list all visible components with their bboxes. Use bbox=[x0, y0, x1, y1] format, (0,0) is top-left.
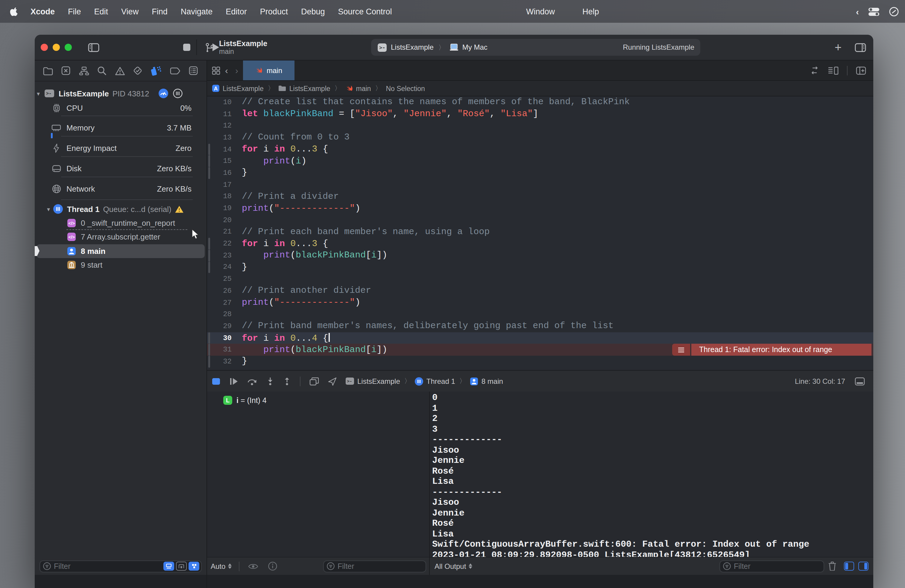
disclosure-chevron-icon[interactable]: ▾ bbox=[35, 90, 42, 97]
pause-process-icon[interactable] bbox=[173, 89, 183, 98]
gauge-row-cpu[interactable]: CPU0% bbox=[35, 100, 206, 115]
chevron-left-icon[interactable]: ‹ bbox=[856, 6, 859, 16]
gauge-info-icon[interactable] bbox=[159, 89, 168, 98]
code-line[interactable]: 20 bbox=[207, 215, 873, 226]
debug-navigator-icon[interactable] bbox=[151, 65, 162, 76]
clear-console-icon[interactable] bbox=[829, 562, 836, 571]
variables-filter-field[interactable]: Filter bbox=[323, 560, 426, 572]
code-line[interactable]: 23 print(blackPinkBand[i]) bbox=[207, 250, 873, 261]
code-line[interactable]: 32} bbox=[207, 356, 873, 367]
code-line[interactable]: 18// Print a divider bbox=[207, 191, 873, 202]
error-banner-menu-icon[interactable] bbox=[672, 344, 690, 356]
code-line[interactable]: 10// Create list that contains the names… bbox=[207, 96, 873, 108]
control-center-icon[interactable] bbox=[867, 7, 880, 16]
minimize-button[interactable] bbox=[53, 44, 60, 51]
code-line[interactable]: 15 print(i) bbox=[207, 156, 873, 167]
thread-row[interactable]: ▾ Thread 1 Queue: c...d (serial) bbox=[35, 202, 206, 216]
code-line[interactable]: 26// Print another divider bbox=[207, 285, 873, 297]
issue-navigator-icon[interactable] bbox=[114, 66, 125, 75]
code-line[interactable]: 19print("-------------") bbox=[207, 202, 873, 214]
code-line[interactable]: 11let blackPinkBand = ["Jisoo", "Jennie"… bbox=[207, 108, 873, 120]
menu-product[interactable]: Product bbox=[254, 7, 294, 16]
editor-options-icon[interactable] bbox=[828, 66, 838, 75]
code-line[interactable]: 28 bbox=[207, 309, 873, 320]
output-scope-dropdown[interactable]: All Output bbox=[435, 562, 472, 571]
step-out-icon[interactable] bbox=[283, 377, 291, 385]
source-control-navigator-icon[interactable] bbox=[61, 66, 71, 75]
disclosure-chevron-icon[interactable]: ▾ bbox=[45, 206, 52, 212]
code-line[interactable]: 30for i in 0...4 { bbox=[207, 332, 873, 344]
gauge-row-memory[interactable]: Memory3.7 MB bbox=[35, 120, 206, 135]
jump-bar[interactable]: A ListsExample 〉 ListsExample 〉 main 〉 N… bbox=[207, 81, 873, 96]
stack-frame-row[interactable]: </>0 _swift_runtime_on_report bbox=[35, 216, 206, 230]
menu-debug[interactable]: Debug bbox=[294, 7, 332, 16]
breadcrumb-thread[interactable]: Thread 1 bbox=[427, 377, 455, 385]
navigator-toggle-icon[interactable] bbox=[88, 43, 99, 52]
related-items-grid-icon[interactable] bbox=[212, 66, 220, 75]
apple-menu-icon[interactable] bbox=[10, 6, 18, 16]
scope-dropdown[interactable]: Auto bbox=[211, 562, 231, 571]
gauge-row-energy[interactable]: Energy ImpactZero bbox=[35, 141, 206, 156]
symbol-navigator-icon[interactable] bbox=[79, 66, 89, 75]
code-line[interactable]: 16} bbox=[207, 167, 873, 179]
source-editor[interactable]: 10// Create list that contains the names… bbox=[207, 96, 873, 370]
quicklook-eye-icon[interactable] bbox=[248, 563, 258, 570]
add-editor-icon[interactable] bbox=[856, 66, 866, 75]
code-line[interactable]: 22for i in 0...3 { bbox=[207, 238, 873, 250]
stack-frame-row[interactable]: </>7 Array.subscript.getter bbox=[35, 230, 206, 244]
find-navigator-icon[interactable] bbox=[97, 66, 106, 75]
show-variables-view-toggle[interactable] bbox=[844, 562, 854, 571]
info-icon[interactable] bbox=[268, 562, 277, 571]
code-line[interactable]: 21// Print each band member's name, usin… bbox=[207, 226, 873, 238]
filter-running-button[interactable] bbox=[164, 562, 174, 571]
console-filter-field[interactable]: Filter bbox=[719, 560, 824, 572]
error-banner[interactable]: Thread 1: Fatal error: Index out of rang… bbox=[672, 344, 872, 356]
menu-editor[interactable]: Editor bbox=[219, 7, 254, 16]
code-line[interactable]: 14for i in 0...3 { bbox=[207, 144, 873, 156]
zoom-button[interactable] bbox=[65, 44, 72, 51]
menu-help[interactable]: Help bbox=[576, 7, 606, 16]
back-chevron-icon[interactable]: ‹ bbox=[225, 65, 228, 75]
navigator-filter-field[interactable]: Filter bbox=[40, 560, 202, 572]
code-line[interactable]: 17 bbox=[207, 179, 873, 191]
breadcrumb-app[interactable]: ListsExample bbox=[357, 377, 400, 385]
menu-window[interactable]: Window bbox=[519, 7, 561, 16]
code-line[interactable]: 27print("-------------") bbox=[207, 297, 873, 308]
jump-crumb-project[interactable]: ListsExample bbox=[223, 85, 264, 92]
stack-frame-row[interactable]: 9 start bbox=[35, 258, 206, 272]
gauge-row-network[interactable]: NetworkZero KB/s bbox=[35, 182, 206, 196]
menu-source-control[interactable]: Source Control bbox=[332, 7, 399, 16]
jump-crumb-file[interactable]: main bbox=[356, 85, 371, 92]
library-add-icon[interactable]: + bbox=[835, 40, 841, 54]
editor-only-layout-icon[interactable] bbox=[855, 377, 865, 385]
gauge-row-disk[interactable]: DiskZero KB/s bbox=[35, 161, 206, 176]
variable-row[interactable]: L i = (Int) 4 bbox=[223, 396, 267, 405]
stack-frame-row[interactable]: 8 main bbox=[35, 244, 206, 258]
menu-navigate[interactable]: Navigate bbox=[174, 7, 219, 16]
show-console-view-toggle[interactable] bbox=[858, 562, 868, 571]
jump-crumb-selection[interactable]: No Selection bbox=[386, 85, 425, 92]
inspector-toggle-icon[interactable] bbox=[855, 43, 866, 52]
close-button[interactable] bbox=[41, 44, 48, 51]
test-navigator-icon[interactable] bbox=[133, 66, 143, 75]
stop-button[interactable] bbox=[183, 43, 191, 51]
scheme-section[interactable]: ListsExample main bbox=[205, 35, 267, 60]
menu-find[interactable]: Find bbox=[145, 7, 174, 16]
report-navigator-icon[interactable] bbox=[189, 66, 198, 75]
breadcrumb-frame[interactable]: 8 main bbox=[481, 377, 503, 385]
jump-crumb-group[interactable]: ListsExample bbox=[289, 85, 330, 92]
breakpoint-navigator-icon[interactable] bbox=[170, 67, 181, 75]
menu-edit[interactable]: Edit bbox=[88, 7, 115, 16]
variables-list[interactable]: L i = (Int) 4 bbox=[207, 392, 429, 557]
tab-main[interactable]: main bbox=[243, 60, 294, 80]
code-line[interactable]: 13// Count from 0 to 3 bbox=[207, 132, 873, 143]
continue-button-icon[interactable] bbox=[229, 377, 238, 385]
simulate-location-icon[interactable] bbox=[328, 377, 337, 385]
process-row[interactable]: ▾ >- ListsExample PID 43812 bbox=[35, 86, 206, 100]
clock-icon[interactable] bbox=[889, 6, 899, 16]
debug-view-hierarchy-icon[interactable] bbox=[310, 377, 319, 385]
hide-debug-area-icon[interactable] bbox=[212, 378, 220, 385]
code-line[interactable]: 24} bbox=[207, 261, 873, 273]
project-navigator-icon[interactable] bbox=[43, 66, 53, 75]
menu-view[interactable]: View bbox=[114, 7, 145, 16]
